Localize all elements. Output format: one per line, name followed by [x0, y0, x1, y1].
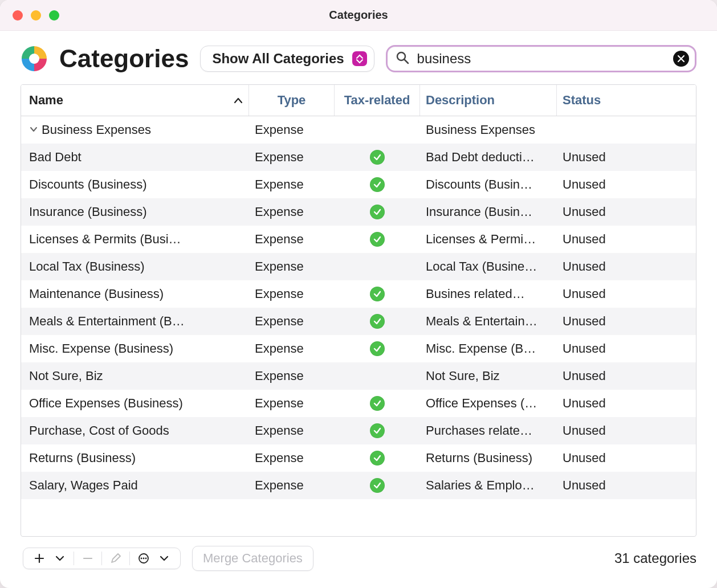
checkmark-icon	[370, 314, 385, 329]
table-row[interactable]: Business ExpensesExpenseBusiness Expense…	[21, 116, 696, 144]
cell-tax	[335, 150, 420, 165]
category-name-label: Local Tax (Business)	[29, 259, 145, 274]
column-header-tax[interactable]: Tax-related	[335, 85, 420, 116]
search-field[interactable]	[386, 45, 696, 72]
more-actions-button[interactable]	[133, 550, 154, 566]
cell-tax	[335, 478, 420, 493]
table-row[interactable]: Licenses & Permits (Busi…ExpenseLicenses…	[21, 226, 696, 253]
cell-description: Licenses & Permi…	[420, 232, 557, 247]
svg-point-7	[145, 558, 147, 560]
close-window-button[interactable]	[13, 10, 23, 21]
checkmark-icon	[370, 205, 385, 219]
cell-status: Unused	[557, 451, 696, 466]
window: Categories Categories Show All Categorie…	[0, 0, 717, 588]
column-header-status[interactable]: Status	[557, 85, 696, 116]
cell-description: Not Sure, Biz	[420, 369, 557, 383]
cell-description: Bad Debt deducti…	[420, 150, 557, 165]
titlebar: Categories	[0, 0, 717, 31]
cell-status: Unused	[557, 314, 696, 329]
category-name-label: Office Expenses (Business)	[29, 396, 183, 411]
table-body[interactable]: Business ExpensesExpenseBusiness Expense…	[21, 116, 696, 536]
page-header: Categories Show All Categories	[21, 44, 696, 73]
category-filter-select[interactable]: Show All Categories	[200, 46, 374, 72]
add-category-button[interactable]	[29, 550, 50, 566]
checkmark-icon	[370, 341, 385, 356]
category-name-label: Discounts (Business)	[29, 177, 147, 192]
cell-type: Expense	[249, 369, 335, 383]
cell-name: Returns (Business)	[21, 451, 249, 466]
add-menu-chevron[interactable]	[50, 550, 70, 566]
table-row[interactable]: Insurance (Business)ExpenseInsurance (Bu…	[21, 198, 696, 226]
cell-description: Business Expenses	[420, 122, 557, 137]
checkmark-icon	[370, 396, 385, 411]
cell-type: Expense	[249, 478, 335, 493]
cell-name: Salary, Wages Paid	[21, 478, 249, 493]
table-row[interactable]: Not Sure, BizExpenseNot Sure, BizUnused	[21, 362, 696, 390]
table-row[interactable]: Misc. Expense (Business)ExpenseMisc. Exp…	[21, 335, 696, 362]
zoom-window-button[interactable]	[49, 10, 59, 21]
cell-description: Discounts (Busin…	[420, 177, 557, 192]
cell-type: Expense	[249, 451, 335, 466]
cell-tax	[335, 232, 420, 247]
table-row[interactable]: Salary, Wages PaidExpenseSalaries & Empl…	[21, 472, 696, 499]
cell-tax	[335, 205, 420, 219]
category-name-label: Insurance (Business)	[29, 205, 147, 219]
sort-ascending-icon	[234, 93, 243, 108]
table-row[interactable]: Maintenance (Business)ExpenseBusines rel…	[21, 280, 696, 308]
cell-status: Unused	[557, 341, 696, 356]
remove-category-button	[78, 550, 98, 566]
cell-name: Not Sure, Biz	[21, 369, 249, 383]
cell-status: Unused	[557, 287, 696, 301]
svg-line-3	[404, 60, 408, 64]
cell-type: Expense	[249, 341, 335, 356]
category-name-label: Bad Debt	[29, 150, 82, 165]
cell-name: Maintenance (Business)	[21, 287, 249, 301]
category-name-label: Business Expenses	[42, 122, 151, 137]
category-name-label: Meals & Entertainment (B…	[29, 314, 185, 329]
cell-status: Unused	[557, 396, 696, 411]
disclosure-triangle-icon[interactable]	[29, 122, 38, 137]
column-header-name-label: Name	[29, 93, 63, 108]
checkmark-icon	[370, 232, 385, 247]
cell-name: Discounts (Business)	[21, 177, 249, 192]
svg-point-6	[143, 558, 145, 560]
checkmark-icon	[370, 451, 385, 466]
search-input[interactable]	[416, 50, 666, 67]
cell-description: Returns (Business)	[420, 451, 557, 466]
more-actions-chevron[interactable]	[154, 550, 174, 566]
content-area: Categories Show All Categories	[0, 31, 717, 537]
cell-description: Purchases relate…	[420, 423, 557, 438]
table-header: Name Type Tax-related Description Status	[21, 85, 696, 116]
table-row[interactable]: Local Tax (Business)ExpenseLocal Tax (Bu…	[21, 253, 696, 280]
table-row[interactable]: Bad DebtExpenseBad Debt deducti…Unused	[21, 144, 696, 171]
category-name-label: Purchase, Cost of Goods	[29, 423, 169, 438]
cell-name: Purchase, Cost of Goods	[21, 423, 249, 438]
cell-description: Office Expenses (…	[420, 396, 557, 411]
cell-status: Unused	[557, 177, 696, 192]
table-row[interactable]: Office Expenses (Business)ExpenseOffice …	[21, 390, 696, 417]
cell-status: Unused	[557, 150, 696, 165]
table-row[interactable]: Meals & Entertainment (B…ExpenseMeals & …	[21, 308, 696, 335]
cell-status: Unused	[557, 369, 696, 383]
column-header-description[interactable]: Description	[420, 85, 557, 116]
clear-search-button[interactable]	[673, 51, 689, 67]
checkmark-icon	[370, 478, 385, 493]
table-row[interactable]: Purchase, Cost of GoodsExpensePurchases …	[21, 417, 696, 444]
window-controls	[13, 10, 59, 21]
table-row[interactable]: Returns (Business)ExpenseReturns (Busine…	[21, 444, 696, 472]
minimize-window-button[interactable]	[31, 10, 41, 21]
category-filter-label: Show All Categories	[212, 51, 344, 67]
column-header-name[interactable]: Name	[21, 85, 249, 116]
cell-description: Insurance (Busin…	[420, 205, 557, 219]
cell-tax	[335, 396, 420, 411]
cell-description: Local Tax (Busine…	[420, 259, 557, 274]
column-header-type[interactable]: Type	[249, 85, 335, 116]
cell-name: Licenses & Permits (Busi…	[21, 232, 249, 247]
table-row[interactable]: Discounts (Business)ExpenseDiscounts (Bu…	[21, 171, 696, 198]
cell-name: Misc. Expense (Business)	[21, 341, 249, 356]
svg-point-5	[141, 558, 142, 560]
category-name-label: Salary, Wages Paid	[29, 478, 138, 493]
category-name-label: Licenses & Permits (Busi…	[29, 232, 181, 247]
cell-type: Expense	[249, 287, 335, 301]
cell-type: Expense	[249, 150, 335, 165]
